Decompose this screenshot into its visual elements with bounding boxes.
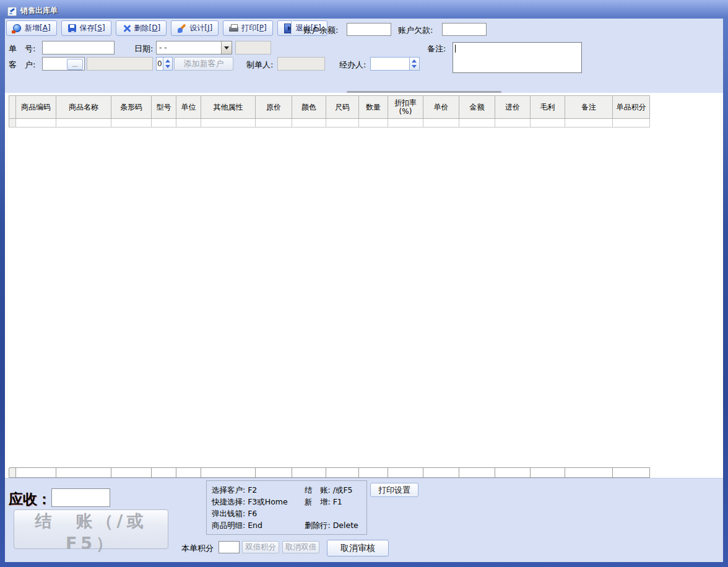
customer-label: 客 户:: [9, 59, 35, 71]
grid-cell: [495, 119, 531, 128]
settle-button[interactable]: 结 账（/或F5）: [14, 509, 168, 549]
column-header[interactable]: 备注: [565, 96, 613, 119]
spinner-arrows-icon[interactable]: [163, 58, 172, 70]
toolbar-button-design[interactable]: 设计[J]: [171, 20, 219, 36]
toolbar-button-label: 新增[A]: [25, 23, 51, 33]
column-header[interactable]: 毛利: [531, 96, 565, 119]
items-grid-area: 商品编码商品名称条形码型号单位其他属性原价颜色尺码数量折扣率 (%)单价金额进价…: [5, 93, 723, 478]
title-bar[interactable]: 销售出库单: [0, 0, 728, 19]
new-icon: [12, 24, 22, 33]
print-icon: [229, 24, 239, 33]
grid-cell: [495, 467, 531, 478]
dropdown-arrow-icon[interactable]: [221, 41, 232, 54]
agent-combobox[interactable]: [370, 57, 420, 71]
toolbar-button-label: 设计[J]: [189, 23, 212, 33]
order-form: 单 号: 日期: - - 备注: 客 户: ... 0 添加新客户 制单人:: [5, 38, 723, 94]
app-window: 销售出库单 新增[A]保存[S]删除[D]设计[J]打印[P]退出[E] 账户余…: [0, 0, 728, 567]
column-header[interactable]: 单价: [423, 96, 459, 119]
column-header[interactable]: 折扣率 (%): [388, 96, 423, 119]
grid-cell: [359, 467, 388, 478]
grid-cell: [565, 467, 613, 478]
column-header[interactable]: 型号: [152, 96, 176, 119]
shortcut-line: 选择客户: F2结 账: /或F5: [212, 484, 362, 496]
add-customer-button[interactable]: 添加新客户: [174, 57, 233, 71]
grid-footer-row: [9, 468, 650, 478]
grid-empty-row[interactable]: [9, 119, 650, 128]
column-header[interactable]: 条形码: [111, 96, 152, 119]
date-combobox[interactable]: - -: [156, 41, 232, 54]
shortcut-line: 弹出钱箱: F6: [212, 508, 362, 519]
column-header[interactable]: 其他属性: [201, 96, 256, 119]
grid-cell: [459, 119, 495, 128]
grid-cell: [256, 467, 292, 478]
note-label: 备注:: [427, 43, 446, 54]
grid-cell: [16, 467, 56, 478]
receivable-label: 应收：: [9, 490, 51, 509]
toolbar-button-print[interactable]: 打印[P]: [223, 20, 273, 36]
date-label: 日期:: [134, 43, 153, 54]
grid-cell: [201, 467, 256, 478]
double-points-button[interactable]: 双倍积分: [242, 541, 279, 553]
column-header[interactable]: 单位: [176, 96, 201, 119]
maker-field: [277, 57, 325, 71]
row-selector-cell: [9, 467, 16, 478]
shortcut-line: 商品明细: End删除行: Delete: [212, 519, 362, 531]
account-balance-input[interactable]: [347, 23, 391, 36]
grid-header-row: 商品编码商品名称条形码型号单位其他属性原价颜色尺码数量折扣率 (%)单价金额进价…: [9, 95, 650, 119]
grid-cell: [388, 119, 423, 128]
order-points-label: 本单积分: [181, 543, 214, 554]
order-points-input[interactable]: [219, 541, 240, 553]
grid-cell: [256, 119, 292, 128]
column-header[interactable]: 商品名称: [56, 96, 111, 119]
column-header[interactable]: 原价: [256, 96, 292, 119]
column-header[interactable]: 数量: [359, 96, 388, 119]
customer-name-field: [87, 57, 153, 71]
cancel-double-button[interactable]: 取消双倍: [282, 541, 319, 553]
toolbar-button-label: 打印[P]: [241, 23, 267, 33]
grid-cell: [423, 119, 459, 128]
grid-cell: [565, 119, 613, 128]
grid-cell: [613, 467, 650, 478]
note-textarea[interactable]: [453, 42, 582, 73]
grid-cell: [359, 119, 388, 128]
toolbar: 新增[A]保存[S]删除[D]设计[J]打印[P]退出[E] 账户余额: 账户欠…: [5, 19, 723, 38]
column-header[interactable]: 单品积分: [613, 96, 650, 119]
shortcut-right: 结 账: /或F5: [305, 484, 353, 496]
window-icon: [7, 7, 17, 16]
customer-browse-button[interactable]: ...: [67, 59, 83, 70]
column-header[interactable]: 尺码: [326, 96, 359, 119]
grid-cell: [531, 467, 565, 478]
grid-cell: [326, 119, 359, 128]
toolbar-separator: [291, 20, 292, 37]
grid-cell: [388, 467, 423, 478]
column-header[interactable]: 金额: [459, 96, 495, 119]
grid-cell: [292, 119, 326, 128]
maker-label: 制单人:: [246, 59, 273, 71]
print-settings-button[interactable]: 打印设置: [370, 483, 418, 497]
toolbar-button-delete[interactable]: 删除[D]: [116, 20, 167, 36]
cancel-audit-button[interactable]: 取消审核: [327, 540, 389, 556]
order-no-input[interactable]: [42, 41, 115, 54]
customer-code-input[interactable]: ...: [42, 57, 85, 71]
shortcut-left: 商品明细: End: [212, 519, 305, 531]
shortcut-help-panel: 选择客户: F2结 账: /或F5快捷选择: F3或Home新 增: F1弹出钱…: [206, 480, 367, 535]
column-header[interactable]: 颜色: [292, 96, 326, 119]
toolbar-button-label: 保存[S]: [80, 23, 105, 33]
row-selector-cell: [9, 119, 16, 128]
receivable-input[interactable]: [51, 488, 110, 507]
shortcut-right: 删除行: Delete: [305, 519, 358, 531]
customer-count-spinner[interactable]: 0: [156, 57, 173, 71]
grid-cell: [423, 467, 459, 478]
agent-spinner-icon[interactable]: [409, 58, 419, 70]
date-value: - -: [157, 41, 221, 54]
column-header[interactable]: 进价: [495, 96, 531, 119]
account-debt-input[interactable]: [442, 23, 487, 36]
toolbar-button-save[interactable]: 保存[S]: [61, 20, 111, 36]
exit-icon: [284, 24, 293, 33]
column-header[interactable]: 商品编码: [16, 96, 56, 119]
grid-cell: [16, 119, 56, 128]
grid-cell: [152, 119, 176, 128]
shortcut-left: 快捷选择: F3或Home: [212, 496, 305, 508]
grid-cell: [176, 467, 201, 478]
toolbar-button-new[interactable]: 新增[A]: [6, 20, 57, 36]
